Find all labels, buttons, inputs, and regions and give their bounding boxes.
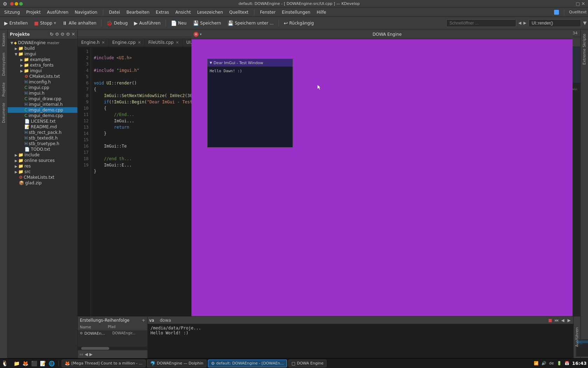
- menu-ausfuhren[interactable]: Ausführen: [44, 9, 71, 15]
- tree-glad-zip[interactable]: 📦 glad.zip: [8, 180, 77, 186]
- nav-first-icon[interactable]: ⏮: [79, 352, 83, 357]
- tree-imgui-h[interactable]: H imgui.h: [8, 90, 77, 96]
- output-content[interactable]: /media/data/Proje... Hello World! :): [148, 324, 573, 358]
- tree-extra-fonts[interactable]: ▶ 📁 extra_fonts: [8, 62, 77, 68]
- build-scrollbar[interactable]: [78, 347, 147, 350]
- datensystem-label[interactable]: Datensystem: [1, 50, 6, 78]
- ausfuhren-label[interactable]: Ausführen: [574, 325, 580, 350]
- imgui-demo-window[interactable]: ▼ Dear ImGui - Test Window Hello Dawn! :…: [207, 59, 293, 148]
- location-input[interactable]: [528, 19, 581, 27]
- menu-datei[interactable]: Datei: [106, 9, 123, 15]
- tree-imgui-internal[interactable]: H imgui_internal.h: [8, 102, 77, 107]
- start-icon[interactable]: 🐧: [1, 360, 8, 367]
- tab-engine-cpp[interactable]: Engine.cpp ✕: [109, 38, 145, 47]
- tree-res[interactable]: ▶ 📁 res: [8, 163, 77, 169]
- tab-fileutils-cpp[interactable]: FileUtils.cpp ✕: [145, 38, 183, 47]
- tree-imgui-demo[interactable]: C imgui_demo.cpp: [8, 107, 77, 113]
- menu-bearbeiten[interactable]: Bearbeiten: [124, 9, 152, 15]
- tree-src[interactable]: ▶ 📁 src: [8, 169, 77, 175]
- extreme-skripte-label[interactable]: Extreme Skripte: [581, 31, 587, 68]
- tree-include[interactable]: ▶ 📁 include: [8, 152, 77, 158]
- output-prev-button[interactable]: ◀: [560, 318, 566, 323]
- maximize-icon[interactable]: ▢: [576, 1, 580, 6]
- output-first-button[interactable]: ⏮: [554, 318, 559, 323]
- speichern-button[interactable]: 💾 Speichern: [190, 19, 224, 27]
- project-close-icon[interactable]: ✕: [71, 32, 75, 37]
- imgui-collapse-icon[interactable]: ▼: [210, 61, 212, 64]
- tree-license[interactable]: 📄 LICENSE.txt: [8, 118, 77, 124]
- project-options-icon[interactable]: ⚙: [61, 32, 65, 37]
- nav-next-icon[interactable]: ▶: [89, 352, 92, 357]
- tree-online-sources[interactable]: ▶ 📁 online sources: [8, 158, 77, 163]
- close-icon[interactable]: ✕: [581, 1, 585, 6]
- tree-imconfig[interactable]: H imconfig.h: [8, 79, 77, 85]
- build-scrollbar-thumb[interactable]: [81, 347, 109, 350]
- tree-dowaengine[interactable]: ▼ ◆ DOWAEngine master: [8, 40, 77, 46]
- output-next-button[interactable]: ▶: [566, 318, 572, 323]
- output-stop-button[interactable]: ■: [547, 318, 553, 323]
- project-sync-icon[interactable]: ↻: [50, 32, 54, 37]
- projekte-left-label[interactable]: Projekte: [1, 80, 6, 99]
- tree-todo[interactable]: 📄 TODO.txt: [8, 146, 77, 152]
- taskbar-dowa-engine[interactable]: □ DOWA Engine: [288, 360, 327, 367]
- tree-stb-textedit[interactable]: H stb_textedit.h: [8, 135, 77, 141]
- menu-ansicht[interactable]: Ansicht: [173, 9, 194, 15]
- taskbar-firefox[interactable]: 🦊 [Mega Thread] Count to a million - ...: [62, 360, 146, 367]
- menu-einstellungen[interactable]: Einstellungen: [279, 9, 313, 15]
- close-tab-fileutils-cpp[interactable]: ✕: [176, 40, 179, 45]
- tree-readme[interactable]: 📝 README.md: [8, 124, 77, 130]
- preview-close-button[interactable]: ✕: [194, 32, 198, 37]
- tab-engine-h[interactable]: Engine.h ✕: [78, 38, 109, 47]
- quickopen-input[interactable]: [446, 19, 516, 27]
- taskbar-kdevelop[interactable]: ⚙ default: DOWAEngine - [DOWAEn...: [208, 360, 287, 367]
- files-icon[interactable]: 📁: [13, 360, 21, 367]
- menu-navigation[interactable]: Navigation: [72, 9, 100, 15]
- tree-stb-truetype[interactable]: H stb_truetype.h: [8, 141, 77, 146]
- speichern-unter-button[interactable]: 💾 Speichern unter ...: [225, 19, 276, 27]
- stopp-dropdown-icon[interactable]: ▼: [54, 21, 56, 25]
- close-tab-engine-h[interactable]: ✕: [102, 40, 105, 45]
- firefox-icon[interactable]: 🌐: [48, 360, 56, 367]
- terminal-icon[interactable]: ⬛: [30, 360, 38, 367]
- close-tab-engine-cpp[interactable]: ✕: [138, 40, 141, 45]
- debug-button[interactable]: 🐞 Debug: [104, 19, 130, 27]
- tree-build[interactable]: ▶ 📁 build: [8, 46, 77, 51]
- menu-projekt[interactable]: Projekt: [23, 9, 43, 15]
- tree-imgui-demo-2[interactable]: C imgui_demo.cpp: [8, 113, 77, 118]
- menu-lesezeichen[interactable]: Lesezeichen: [194, 9, 226, 15]
- tree-cmakelists-imgui[interactable]: ⚙ CMakeLists.txt: [8, 74, 77, 79]
- menu-quelltext[interactable]: Quelltext: [226, 9, 251, 15]
- output-tab-dowa[interactable]: dowa: [160, 318, 171, 323]
- system-clock[interactable]: 16:43: [572, 361, 587, 366]
- stopp-button[interactable]: ■ Stopp ▼: [31, 19, 59, 27]
- imgui-demo-titlebar[interactable]: ▼ Dear ImGui - Test Window: [208, 59, 293, 67]
- output-tab-va[interactable]: va: [149, 318, 154, 323]
- preview-chevron-icon[interactable]: ▾: [200, 32, 202, 36]
- table-row[interactable]: ⚙ DOWAEn... DOWAEngir...: [78, 330, 147, 336]
- erstellen-button[interactable]: ▶ Erstellen: [1, 19, 30, 27]
- menu-fenster[interactable]: Fenster: [257, 9, 279, 15]
- location-dropdown-icon[interactable]: ▼: [583, 20, 587, 26]
- tree-examples[interactable]: ▶ 📁 examples: [8, 57, 77, 62]
- project-settings-icon[interactable]: ⚙: [55, 32, 59, 37]
- browser-icon[interactable]: 🦊: [21, 360, 29, 367]
- build-add-button[interactable]: +: [142, 318, 145, 323]
- menu-hilfe[interactable]: Hilfe: [314, 9, 329, 15]
- text-editor-icon[interactable]: 📝: [39, 360, 47, 367]
- ausfuhren-button[interactable]: ▶ Ausführen: [131, 19, 163, 27]
- nav-forward-icon[interactable]: ▶: [524, 21, 526, 25]
- tree-imgui[interactable]: ▼ 📁 imgui: [8, 51, 77, 57]
- dokumente-label[interactable]: Dokumente: [1, 101, 6, 125]
- tree-imgui-draw[interactable]: C imgui_draw.cpp: [8, 96, 77, 102]
- menu-sitzung[interactable]: Sitzung: [1, 9, 23, 15]
- taskbar-dolphin[interactable]: 🐬 DOWAEngine — Dolphin: [147, 360, 206, 367]
- nav-back-icon[interactable]: ◀: [518, 21, 521, 25]
- tree-imgui-cpp[interactable]: C imgui.cpp: [8, 85, 77, 90]
- tree-imgui-sub[interactable]: ▶ 📁 imgui: [8, 68, 77, 74]
- tree-stb-rect[interactable]: H stb_rect_pack.h: [8, 130, 77, 135]
- alle-anhalten-button[interactable]: ⏸ Alle anhalten: [59, 19, 99, 27]
- tree-cmakelists-root[interactable]: ⚙ CMakeLists.txt: [8, 175, 77, 180]
- project-filter-icon[interactable]: ⚙: [66, 32, 70, 37]
- klassen-label[interactable]: Klassen: [1, 31, 6, 48]
- neu-button[interactable]: 📄 Neu: [168, 19, 189, 27]
